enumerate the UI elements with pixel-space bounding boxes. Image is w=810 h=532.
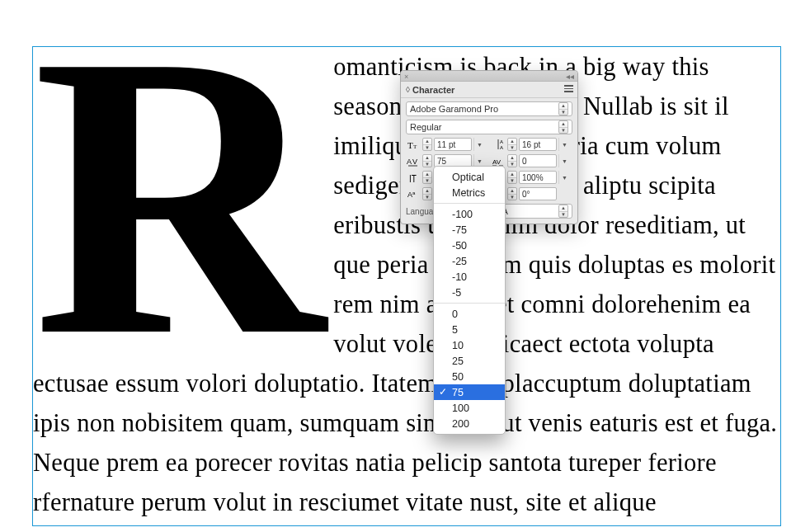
dd-neg25[interactable]: -25 [434, 253, 505, 269]
dd-neg100[interactable]: -100 [434, 206, 505, 222]
font-size-field[interactable]: 11 pt [434, 138, 472, 151]
svg-text:IT: IT [409, 174, 417, 184]
panel-title: Character [412, 85, 454, 95]
vscale-stepper[interactable]: ▲▼ [422, 171, 432, 184]
dd-neg75[interactable]: -75 [434, 222, 505, 238]
font-style-stepper[interactable]: ▲▼ [558, 120, 568, 134]
svg-text:A: A [500, 145, 503, 150]
tracking-dd-icon[interactable]: ▼ [558, 154, 570, 167]
hscale-dd-icon[interactable]: ▼ [558, 171, 570, 184]
svg-text:A: A [500, 139, 503, 144]
baseline-stepper[interactable]: ▲▼ [422, 187, 432, 200]
dd-metrics[interactable]: Metrics [434, 185, 505, 200]
dd-10[interactable]: 10 [434, 337, 505, 353]
font-size-stepper[interactable]: ▲▼ [422, 138, 432, 151]
close-icon[interactable]: × [404, 73, 408, 81]
leading-icon: AA [491, 138, 506, 151]
kerning-dropdown[interactable]: Optical Metrics -100 -75 -50 -25 -10 -5 … [433, 166, 506, 435]
font-style-field[interactable]: Regular ▲▼ [406, 120, 572, 134]
panel-tab[interactable]: ◊ Character [401, 82, 577, 98]
app-canvas: Romanticism is back in a big way this se… [0, 0, 810, 532]
svg-text:V: V [412, 158, 417, 166]
dd-neg10[interactable]: -10 [434, 269, 505, 285]
dd-neg5[interactable]: -5 [434, 285, 505, 300]
dd-5[interactable]: 5 [434, 322, 505, 337]
svg-text:A: A [407, 158, 412, 166]
svg-text:T: T [407, 140, 413, 150]
baseline-icon: Aa [406, 187, 421, 200]
vscale-icon: IT [406, 171, 421, 184]
skew-field[interactable]: 0° [519, 187, 557, 200]
svg-text:T: T [413, 144, 417, 150]
font-size-icon: TT [406, 138, 421, 151]
flyout-menu-icon[interactable] [564, 85, 573, 92]
font-size-dd-icon[interactable]: ▼ [473, 138, 485, 151]
skew-stepper[interactable]: ▲▼ [507, 187, 517, 200]
font-family-stepper[interactable]: ▲▼ [558, 102, 568, 115]
dd-100[interactable]: 100 [434, 400, 505, 416]
dd-25[interactable]: 25 [434, 353, 505, 369]
hscale-stepper[interactable]: ▲▼ [507, 171, 517, 184]
dd-50[interactable]: 50 [434, 369, 505, 384]
drop-cap-letter: R [33, 50, 325, 341]
disclosure-icon[interactable]: ◊ [406, 85, 410, 94]
dd-neg50[interactable]: -50 [434, 238, 505, 253]
svg-text:AV: AV [492, 158, 502, 166]
svg-text:a: a [412, 191, 416, 195]
dd-75[interactable]: 75 [434, 384, 505, 400]
kerning-icon: AV [406, 154, 421, 167]
dd-separator [434, 203, 505, 204]
leading-stepper[interactable]: ▲▼ [507, 138, 517, 151]
collapse-icon[interactable]: ◂◂ [566, 72, 574, 81]
tracking-stepper[interactable]: ▲▼ [507, 154, 517, 167]
leading-field[interactable]: 16 pt [519, 138, 557, 151]
dd-separator-2 [434, 303, 505, 304]
language-stepper[interactable]: ▲▼ [558, 205, 568, 218]
font-family-field[interactable]: Adobe Garamond Pro ▲▼ [406, 101, 572, 116]
panel-titlebar[interactable]: × ◂◂ [401, 71, 577, 82]
leading-dd-icon[interactable]: ▼ [558, 138, 570, 151]
tracking-field[interactable]: 0 [519, 154, 557, 167]
dd-200[interactable]: 200 [434, 416, 505, 431]
dd-0[interactable]: 0 [434, 306, 505, 322]
kerning-stepper[interactable]: ▲▼ [422, 154, 432, 167]
hscale-field[interactable]: 100% [519, 171, 557, 184]
dd-optical[interactable]: Optical [434, 169, 505, 185]
